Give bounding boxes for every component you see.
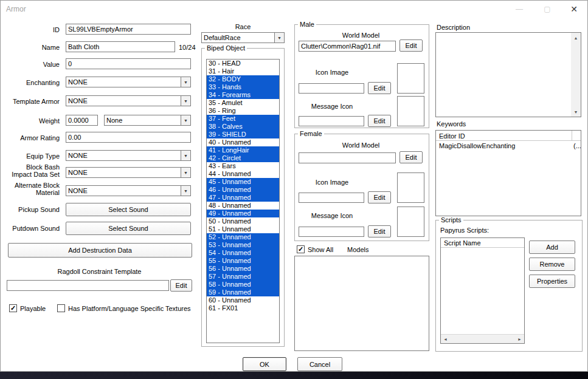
biped-list-item[interactable]: 54 - Unnamed <box>207 249 279 257</box>
biped-list-item[interactable]: 30 - HEAD <box>207 60 279 67</box>
close-button[interactable]: ✕ <box>561 1 587 18</box>
playable-label: Playable <box>20 305 46 312</box>
biped-list-item[interactable]: 50 - Unnamed <box>207 217 279 225</box>
pickup-sound-button[interactable]: Select Sound <box>66 203 191 216</box>
enchanting-value: NONE <box>66 77 181 87</box>
male-message-icon-edit-button[interactable]: Edit <box>368 115 391 127</box>
keywords-column-divider[interactable] <box>572 131 572 140</box>
scroll-left-icon[interactable]: ◄ <box>441 335 450 344</box>
biped-object-list[interactable]: 30 - HEAD31 - Hair32 - BODY33 - Hands34 … <box>206 59 280 343</box>
keywords-header[interactable]: Editor ID <box>436 131 581 141</box>
script-name-header[interactable]: Script Name <box>441 238 524 248</box>
biped-list-item[interactable]: 51 - Unnamed <box>207 225 279 233</box>
biped-list-item[interactable]: 58 - Unnamed <box>207 281 279 289</box>
female-message-icon-edit-button[interactable]: Edit <box>368 225 391 237</box>
biped-list-item[interactable]: 46 - Unnamed <box>207 186 279 194</box>
scripts-horizontal-scrollbar[interactable]: ◄ ► <box>441 334 524 343</box>
biped-list-item[interactable]: 44 - Unnamed <box>207 170 279 178</box>
male-world-model-input[interactable] <box>299 41 396 52</box>
female-icon-image-edit-button[interactable]: Edit <box>368 191 391 203</box>
maximize-button[interactable]: ▢ <box>534 1 560 18</box>
equip-type-select[interactable]: NONE ▼ <box>66 150 191 161</box>
equip-type-value: NONE <box>66 151 181 160</box>
biped-list-item[interactable]: 33 - Hands <box>207 83 279 91</box>
name-input[interactable] <box>66 41 175 52</box>
biped-list-item[interactable]: 53 - Unnamed <box>207 241 279 249</box>
scroll-up-icon[interactable]: ▲ <box>571 33 581 43</box>
ragdoll-template-input[interactable] <box>7 280 169 291</box>
biped-list-item[interactable]: 42 - Circlet <box>207 154 279 162</box>
male-icon-image-input[interactable] <box>299 83 364 94</box>
biped-list-item[interactable]: 32 - BODY <box>207 75 279 83</box>
biped-list-item[interactable]: 40 - Unnamed <box>207 138 279 146</box>
block-bash-select[interactable]: NONE ▼ <box>66 167 191 178</box>
biped-list-item[interactable]: 52 - Unnamed <box>207 233 279 241</box>
weight-unit-select[interactable]: None ▼ <box>104 115 191 126</box>
biped-list-item[interactable]: 36 - Ring <box>207 107 279 115</box>
female-world-model-edit-button[interactable]: Edit <box>399 151 423 163</box>
biped-list-item[interactable]: 56 - Unnamed <box>207 265 279 273</box>
platform-textures-checkbox[interactable] <box>57 304 65 312</box>
biped-list-item[interactable]: 43 - Ears <box>207 162 279 170</box>
show-all-checkbox[interactable]: ✓ <box>297 245 305 253</box>
alternate-block-select[interactable]: NONE ▼ <box>66 185 191 196</box>
value-input[interactable] <box>66 58 191 69</box>
description-box[interactable]: ▲ ▼ <box>435 32 581 117</box>
biped-list-item[interactable]: 47 - Unnamed <box>207 194 279 202</box>
biped-list-item[interactable]: 49 - Unnamed <box>207 210 279 217</box>
male-message-icon-input[interactable] <box>299 116 364 126</box>
male-icon-image-edit-button[interactable]: Edit <box>368 82 391 94</box>
models-list[interactable] <box>294 256 429 351</box>
female-icon-image-input[interactable] <box>299 193 364 203</box>
biped-list-item[interactable]: 34 - Forearms <box>207 91 279 99</box>
keywords-list[interactable]: Editor ID MagicDisallowEnchanting(... <box>435 130 581 216</box>
biped-list-item[interactable]: 37 - Feet <box>207 115 279 123</box>
script-name-column: Script Name <box>444 239 481 247</box>
biped-list-item[interactable]: 38 - Calves <box>207 123 279 131</box>
add-destruction-data-button[interactable]: Add Destruction Data <box>8 243 192 258</box>
biped-list-item[interactable]: 60 - Unnamed <box>207 296 279 304</box>
scripts-properties-button[interactable]: Properties <box>529 275 575 288</box>
biped-list-item[interactable]: 45 - Unnamed <box>207 178 279 186</box>
female-message-icon-input[interactable] <box>299 227 364 237</box>
description-scrollbar[interactable]: ▲ ▼ <box>571 33 581 117</box>
scroll-down-icon[interactable]: ▼ <box>571 107 581 117</box>
description-label: Description <box>437 24 470 31</box>
ragdoll-edit-button[interactable]: Edit <box>170 279 192 292</box>
title-bar[interactable]: Armor — ▢ ✕ <box>1 1 587 18</box>
weight-input[interactable] <box>66 115 98 126</box>
biped-list-item[interactable]: 55 - Unnamed <box>207 257 279 265</box>
ok-button[interactable]: OK <box>243 357 286 371</box>
biped-list-item[interactable]: 35 - Amulet <box>207 99 279 107</box>
biped-list-item[interactable]: 48 - Unnamed <box>207 202 279 210</box>
biped-list-item[interactable]: 61 - FX01 <box>207 304 279 312</box>
biped-list-item[interactable]: 57 - Unnamed <box>207 273 279 281</box>
weight-label: Weight <box>1 117 60 125</box>
biped-list-item[interactable]: 41 - LongHair <box>207 146 279 154</box>
papyrus-scripts-list[interactable]: Script Name ◄ ► <box>440 237 525 344</box>
female-world-model-input[interactable] <box>299 152 396 163</box>
biped-list-item[interactable]: 59 - Unnamed <box>207 289 279 296</box>
biped-list-item[interactable]: 39 - SHIELD <box>207 131 279 138</box>
armor-dialog: Armor — ▢ ✕ ID Name 10/24 Value Enchanti… <box>0 0 588 372</box>
putdown-sound-button[interactable]: Select Sound <box>66 222 191 235</box>
scripts-add-button[interactable]: Add <box>529 241 575 254</box>
minimize-button[interactable]: — <box>507 1 532 18</box>
scroll-right-icon[interactable]: ► <box>515 335 524 344</box>
male-world-model-edit-button[interactable]: Edit <box>399 39 423 52</box>
keyword-row[interactable]: MagicDisallowEnchanting(... <box>436 142 581 151</box>
biped-list-item[interactable]: 31 - Hair <box>207 67 279 75</box>
race-select[interactable]: DefaultRace ▼ <box>201 32 285 43</box>
chevron-down-icon: ▼ <box>274 33 284 43</box>
id-input[interactable] <box>66 24 191 35</box>
template-armor-select[interactable]: NONE ▼ <box>66 95 191 106</box>
cancel-button[interactable]: Cancel <box>297 357 342 371</box>
male-message-icon-preview <box>397 96 424 126</box>
male-group-label: Male <box>298 21 316 28</box>
enchanting-select[interactable]: NONE ▼ <box>66 77 191 87</box>
scripts-remove-button[interactable]: Remove <box>529 258 575 271</box>
armor-rating-input[interactable] <box>66 132 191 143</box>
screen: Armor — ▢ ✕ ID Name 10/24 Value Enchanti… <box>0 0 588 379</box>
playable-checkbox[interactable]: ✓ <box>9 304 17 312</box>
scripts-group-label: Scripts <box>439 216 463 224</box>
